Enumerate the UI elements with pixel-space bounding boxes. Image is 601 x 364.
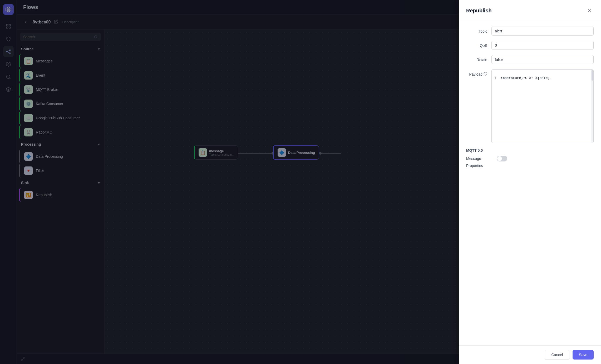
topic-label: Topic <box>466 27 487 33</box>
dialog-header: Republish <box>459 0 601 20</box>
payload-scrollbar[interactable] <box>591 70 593 143</box>
mqtt-properties-label: Properties <box>466 164 492 168</box>
cancel-button[interactable]: Cancel <box>545 350 569 360</box>
retain-label: Retain <box>466 55 487 62</box>
payload-scrollbar-thumb <box>592 70 593 81</box>
qos-input[interactable] <box>491 41 594 50</box>
payload-container: 1 :mperature}°C at ${date}. <box>491 69 594 143</box>
payload-info-icon[interactable] <box>484 72 487 76</box>
dialog-close-button[interactable] <box>585 6 594 15</box>
payload-wrapper: 1 :mperature}°C at ${date}. <box>491 69 594 143</box>
payload-label: Payload <box>469 72 482 76</box>
save-button[interactable]: Save <box>573 350 594 360</box>
mqtt-message-toggle[interactable] <box>497 156 507 161</box>
republish-dialog: Republish Topic QoS Retain Payload <box>459 0 601 364</box>
close-icon <box>587 8 592 13</box>
retain-input[interactable] <box>491 55 594 64</box>
payload-content: 1 :mperature}°C at ${date}. <box>492 70 593 87</box>
mqtt-section-title: MQTT 5.0 <box>466 148 594 153</box>
mqtt-section: MQTT 5.0 Message Properties <box>466 148 594 168</box>
info-icon <box>484 72 487 76</box>
mqtt-properties-row: Properties <box>466 164 594 168</box>
mqtt-message-label: Message <box>466 156 492 161</box>
dialog-body: Topic QoS Retain Payload <box>459 20 601 345</box>
payload-text: :mperature}°C at ${date}. <box>500 76 552 80</box>
dialog-footer: Cancel Save <box>459 345 601 364</box>
qos-row: QoS <box>466 41 594 50</box>
payload-row: Payload 1 :mperature}°C at ${date}. <box>466 69 594 143</box>
retain-row: Retain <box>466 55 594 64</box>
mqtt-message-row: Message <box>466 156 594 161</box>
topic-input[interactable] <box>491 27 594 36</box>
topic-row: Topic <box>466 27 594 36</box>
qos-label: QoS <box>466 41 487 48</box>
dialog-title: Republish <box>466 8 492 14</box>
